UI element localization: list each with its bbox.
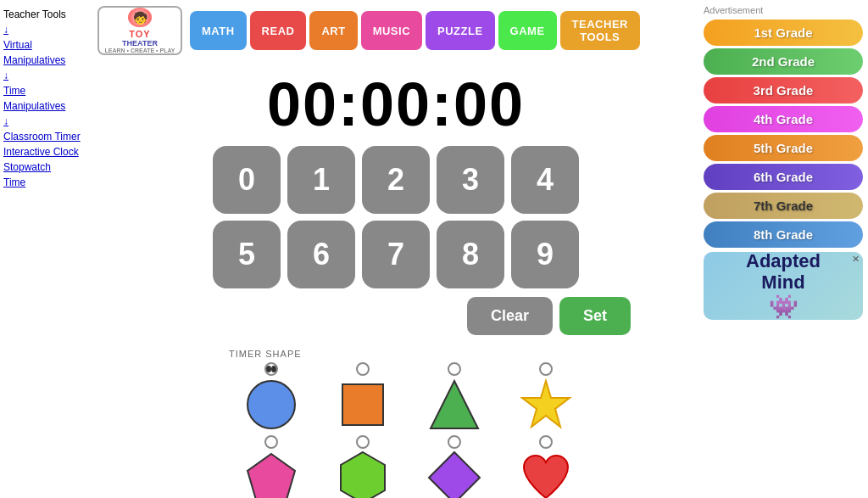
nav-read-button[interactable]: READ: [250, 11, 307, 50]
shape-diamond[interactable]: [412, 435, 497, 498]
logo-icon: 🧒: [128, 8, 152, 27]
sidebar-item-virtual-manipulatives[interactable]: Virtual Manipulatives: [3, 37, 90, 68]
sidebar-arrow-1: ↓: [3, 22, 90, 37]
num-4-button[interactable]: 4: [511, 146, 579, 214]
shape-label: TIMER SHAPE: [229, 349, 698, 359]
num-6-button[interactable]: 6: [287, 221, 355, 288]
shape-section: TIMER SHAPE: [93, 349, 698, 498]
logo-theater: THEATER: [122, 39, 158, 48]
logo-sub: LEARN • CREATE • PLAY: [104, 48, 175, 53]
shape-triangle[interactable]: [412, 362, 497, 432]
ad-label: Advertisement: [704, 5, 863, 15]
adapted-mind-monster-icon: 👾: [769, 293, 798, 321]
nav-art-button[interactable]: ART: [309, 11, 357, 50]
shape-circle-radio[interactable]: [264, 362, 278, 376]
shape-heart-radio[interactable]: [539, 435, 553, 449]
grade-8-button[interactable]: 8th Grade: [704, 221, 863, 248]
adapted-mind-text: AdaptedMind: [746, 251, 821, 292]
num-2-button[interactable]: 2: [362, 146, 430, 214]
svg-marker-3: [522, 381, 570, 427]
nav-teacher-button[interactable]: TEACHERTOOLS: [560, 11, 640, 50]
sidebar-item-interactive-clock[interactable]: Interactive Clock: [3, 144, 90, 159]
shape-pentagon-radio[interactable]: [264, 435, 278, 449]
sidebar: Teacher Tools ↓ Virtual Manipulatives ↓ …: [0, 0, 93, 498]
grade-7-button[interactable]: 7th Grade: [704, 193, 863, 219]
shape-pentagon[interactable]: [229, 435, 314, 498]
sidebar-title: Teacher Tools: [3, 7, 90, 22]
grade-3-button[interactable]: 3rd Grade: [704, 77, 863, 104]
num-5-button[interactable]: 5: [213, 221, 281, 288]
clear-button[interactable]: Clear: [467, 297, 553, 335]
num-9-button[interactable]: 9: [511, 221, 579, 288]
logo: 🧒 TOY THEATER LEARN • CREATE • PLAY: [93, 5, 186, 56]
grade-1-button[interactable]: 1st Grade: [704, 20, 863, 46]
main-content: 🧒 TOY THEATER LEARN • CREATE • PLAY MATH…: [93, 0, 698, 498]
nav-puzzle-button[interactable]: PUZZLE: [426, 11, 495, 50]
top-nav: 🧒 TOY THEATER LEARN • CREATE • PLAY MATH…: [93, 0, 698, 61]
numpad: 0 1 2 3 4 5 6 7 8 9: [213, 146, 579, 288]
shape-triangle-radio[interactable]: [448, 362, 461, 376]
grade-4-button[interactable]: 4th Grade: [704, 106, 863, 132]
ad-close-icon[interactable]: ✕: [852, 254, 860, 265]
grade-5-button[interactable]: 5th Grade: [704, 135, 863, 161]
shape-circle[interactable]: [229, 362, 314, 432]
shape-diamond-radio[interactable]: [448, 435, 461, 449]
adapted-mind-ad[interactable]: ✕ AdaptedMind 👾: [704, 252, 863, 320]
grade-2-button[interactable]: 2nd Grade: [704, 48, 863, 75]
svg-marker-5: [341, 452, 385, 498]
svg-rect-1: [342, 384, 383, 425]
shape-heart[interactable]: [504, 435, 588, 498]
num-0-button[interactable]: 0: [213, 146, 281, 214]
shape-star[interactable]: [504, 362, 588, 432]
shape-hexagon[interactable]: [320, 435, 405, 498]
shape-square[interactable]: [320, 362, 405, 432]
svg-marker-2: [431, 381, 478, 428]
sidebar-item-stopwatch[interactable]: Stopwatch: [3, 159, 90, 175]
sidebar-item-time-manipulatives[interactable]: Time Manipulatives: [3, 83, 90, 114]
shape-star-radio[interactable]: [539, 362, 553, 376]
svg-marker-4: [248, 454, 295, 498]
shape-square-radio[interactable]: [356, 362, 370, 376]
timer-display: 00:00:00: [267, 70, 525, 139]
action-buttons: Clear Set: [467, 297, 631, 335]
sidebar-item-classroom-timer[interactable]: Classroom Timer: [3, 129, 90, 144]
shapes-grid: [229, 362, 698, 498]
shape-hexagon-radio[interactable]: [356, 435, 370, 449]
nav-music-button[interactable]: MUSIC: [361, 11, 422, 50]
num-7-button[interactable]: 7: [362, 221, 430, 288]
sidebar-item-time[interactable]: Time: [3, 175, 90, 190]
logo-toy: TOY: [129, 29, 150, 39]
ad-panel: Advertisement 1st Grade 2nd Grade 3rd Gr…: [698, 0, 868, 498]
sidebar-arrow-3: ↓: [3, 114, 90, 129]
num-1-button[interactable]: 1: [287, 146, 355, 214]
set-button[interactable]: Set: [559, 297, 631, 335]
num-8-button[interactable]: 8: [437, 221, 504, 288]
svg-point-0: [248, 381, 295, 428]
grade-6-button[interactable]: 6th Grade: [704, 164, 863, 190]
num-3-button[interactable]: 3: [437, 146, 504, 214]
nav-buttons: MATH READ ART MUSIC PUZZLE GAME TEACHERT…: [190, 11, 640, 50]
svg-marker-6: [429, 452, 480, 498]
sidebar-arrow-2: ↓: [3, 68, 90, 83]
nav-math-button[interactable]: MATH: [190, 11, 247, 50]
nav-game-button[interactable]: GAME: [498, 11, 557, 50]
